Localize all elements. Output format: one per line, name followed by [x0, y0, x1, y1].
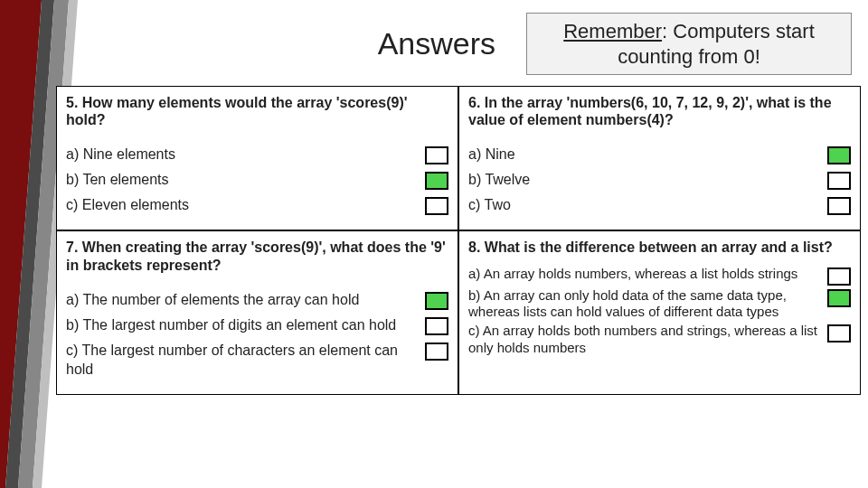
- answer-box: [425, 146, 448, 164]
- option-text: c) An array holds both numbers and strin…: [468, 323, 818, 357]
- option-row: a) The number of elements the array can …: [66, 290, 448, 310]
- option-row: c) The largest number of characters an e…: [66, 341, 448, 380]
- question-text: 5. How many elements would the array 'sc…: [66, 94, 448, 128]
- answer-box: [425, 343, 448, 361]
- option-text: c) The largest number of characters an e…: [66, 341, 416, 380]
- question-5: 5. How many elements would the array 'sc…: [56, 86, 458, 230]
- answer-box: [827, 324, 851, 343]
- option-text: b) Ten elements: [66, 170, 416, 190]
- question-text: 6. In the array 'numbers(6, 10, 7, 12, 9…: [468, 94, 851, 128]
- option-text: b) An array can only hold data of the sa…: [468, 287, 818, 322]
- question-6: 6. In the array 'numbers(6, 10, 7, 12, 9…: [458, 86, 861, 230]
- answer-box: [827, 289, 851, 307]
- remember-label: Remember: [563, 20, 662, 42]
- question-7: 7. When creating the array 'scores(9)', …: [56, 230, 458, 395]
- option-text: a) An array holds numbers, whereas a lis…: [468, 266, 818, 283]
- option-text: a) The number of elements the array can …: [66, 290, 416, 310]
- option-row: b) Twelve: [468, 170, 851, 190]
- option-row: c) An array holds both numbers and strin…: [468, 323, 851, 357]
- remember-box: Remember: Computers start counting from …: [526, 13, 852, 75]
- option-row: a) An array holds numbers, whereas a lis…: [468, 266, 851, 286]
- option-text: a) Nine elements: [66, 145, 416, 164]
- answer-box: [827, 267, 851, 286]
- answer-box: [827, 172, 851, 190]
- answer-box: [425, 172, 448, 190]
- option-row: a) Nine: [468, 145, 851, 164]
- option-row: c) Eleven elements: [66, 195, 448, 215]
- answer-box: [425, 317, 448, 335]
- option-text: b) Twelve: [468, 170, 818, 190]
- question-8: 8. What is the difference between an arr…: [458, 230, 861, 395]
- option-row: b) The largest number of digits an eleme…: [66, 315, 448, 335]
- questions-grid: 5. How many elements would the array 'sc…: [56, 86, 861, 395]
- question-text: 8. What is the difference between an arr…: [468, 239, 851, 256]
- answer-box: [827, 197, 851, 215]
- option-text: c) Eleven elements: [66, 195, 416, 215]
- answer-box: [425, 197, 448, 215]
- question-text: 7. When creating the array 'scores(9)', …: [66, 239, 448, 273]
- option-text: a) Nine: [468, 145, 818, 164]
- answer-box: [827, 146, 851, 164]
- option-row: a) Nine elements: [66, 145, 448, 164]
- option-row: c) Two: [468, 195, 851, 215]
- page-title: Answers: [378, 26, 495, 61]
- option-row: b) An array can only hold data of the sa…: [468, 287, 851, 322]
- option-text: b) The largest number of digits an eleme…: [66, 315, 416, 335]
- option-row: b) Ten elements: [66, 170, 448, 190]
- option-text: c) Two: [468, 195, 818, 215]
- answer-box: [425, 292, 448, 310]
